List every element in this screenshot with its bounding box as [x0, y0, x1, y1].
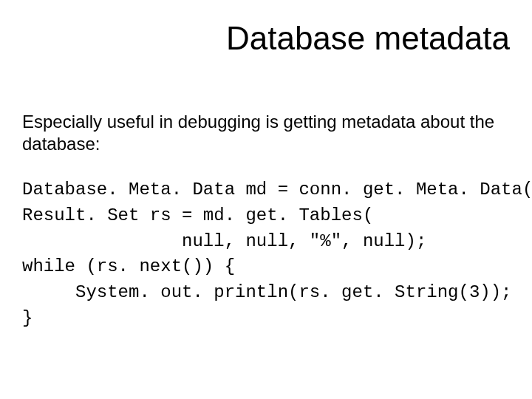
slide-title: Database metadata	[226, 21, 510, 56]
slide: Database metadata Especially useful in d…	[0, 0, 532, 399]
slide-body: Especially useful in debugging is gettin…	[22, 111, 510, 332]
intro-text: Especially useful in debugging is gettin…	[22, 111, 510, 155]
code-block: Database. Meta. Data md = conn. get. Met…	[22, 177, 510, 332]
